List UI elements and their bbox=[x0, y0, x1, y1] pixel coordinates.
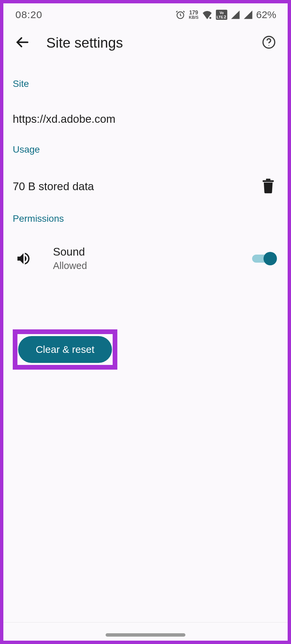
page-title: Site settings bbox=[46, 35, 259, 51]
clear-and-reset-label: Clear & reset bbox=[36, 344, 94, 355]
help-button[interactable] bbox=[259, 34, 278, 52]
permission-title: Sound bbox=[53, 246, 252, 258]
help-icon bbox=[262, 35, 276, 51]
permissions-section-label: Permissions bbox=[13, 213, 278, 224]
sound-toggle[interactable] bbox=[252, 252, 277, 265]
signal-1-icon bbox=[231, 10, 240, 19]
svg-point-8 bbox=[269, 45, 269, 46]
trash-icon bbox=[261, 178, 275, 195]
svg-text:2: 2 bbox=[224, 14, 226, 19]
content-area: Site https://xd.adobe.com Usage 70 B sto… bbox=[3, 78, 288, 271]
status-right: 179 KB/S VoLTE2 62% bbox=[175, 9, 276, 20]
annotation-highlight: Clear & reset bbox=[13, 329, 117, 370]
permission-subtitle: Allowed bbox=[53, 260, 252, 271]
app-header: Site settings bbox=[3, 26, 288, 60]
volte-icon: VoLTE2 bbox=[216, 10, 227, 20]
usage-row: 70 B stored data bbox=[13, 178, 278, 195]
status-bar: 08:20 179 KB/S VoLTE2 62% bbox=[3, 3, 288, 26]
delete-storage-button[interactable] bbox=[260, 178, 276, 195]
svg-text:Vo: Vo bbox=[220, 11, 224, 15]
status-time: 08:20 bbox=[15, 9, 42, 20]
gesture-navigation-pill[interactable] bbox=[106, 633, 185, 637]
network-speed-indicator: 179 KB/S bbox=[189, 10, 198, 19]
alarm-icon bbox=[175, 10, 185, 20]
site-url[interactable]: https://xd.adobe.com bbox=[13, 113, 278, 125]
bottom-divider bbox=[3, 622, 288, 623]
svg-point-1 bbox=[209, 17, 211, 19]
site-section-label: Site bbox=[13, 78, 278, 89]
sound-icon bbox=[13, 249, 34, 269]
svg-text:LTE: LTE bbox=[217, 15, 223, 19]
back-button[interactable] bbox=[13, 34, 32, 52]
phone-frame: 08:20 179 KB/S VoLTE2 62% bbox=[3, 3, 288, 641]
clear-and-reset-button[interactable]: Clear & reset bbox=[18, 336, 112, 363]
signal-2-icon bbox=[243, 10, 253, 19]
arrow-left-icon bbox=[15, 35, 30, 51]
battery-percentage: 62% bbox=[256, 9, 276, 20]
usage-text: 70 B stored data bbox=[13, 180, 94, 193]
permission-sound-row[interactable]: Sound Allowed bbox=[13, 246, 278, 271]
wifi-icon bbox=[202, 10, 213, 20]
usage-section-label: Usage bbox=[13, 144, 278, 155]
